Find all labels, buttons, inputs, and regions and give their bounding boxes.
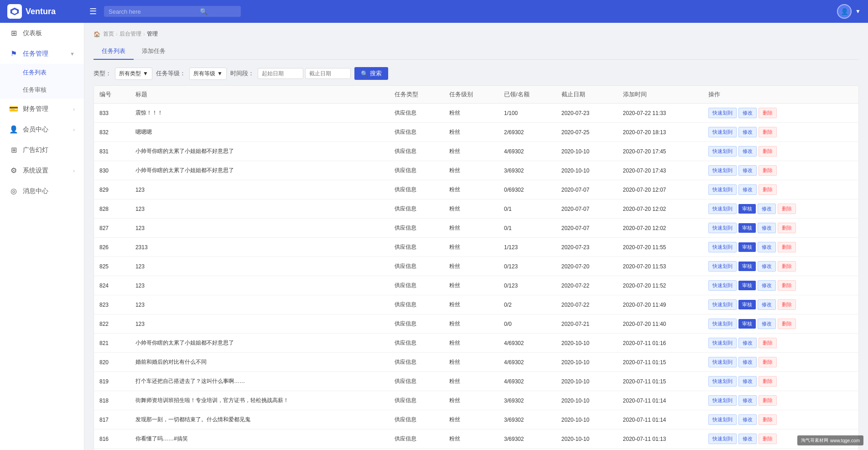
breadcrumb-home-link[interactable]: 首页 bbox=[103, 30, 114, 38]
sidebar-item-settings[interactable]: ⚙ 系统设置 › bbox=[0, 160, 84, 181]
fast-button[interactable]: 快速划到 bbox=[708, 376, 737, 387]
cell-title: 123 bbox=[130, 219, 389, 238]
edit-button[interactable]: 修改 bbox=[758, 261, 776, 272]
sidebar-item-task-audit[interactable]: 任务审核 bbox=[0, 81, 84, 99]
fast-button[interactable]: 快速划到 bbox=[708, 434, 737, 444]
fast-button[interactable]: 快速划到 bbox=[708, 204, 737, 214]
cell-type: 供应信息 bbox=[389, 410, 444, 429]
tab-add-task[interactable]: 添加任务 bbox=[134, 43, 174, 60]
edit-button[interactable]: 修改 bbox=[738, 338, 757, 348]
start-date-input[interactable] bbox=[258, 68, 303, 79]
fast-button[interactable]: 快速划到 bbox=[708, 184, 737, 195]
delete-button[interactable]: 删除 bbox=[759, 414, 777, 425]
edit-button[interactable]: 修改 bbox=[738, 127, 757, 137]
cell-deadline: 2020-10-10 bbox=[556, 353, 618, 372]
delete-button[interactable]: 删除 bbox=[778, 204, 796, 214]
sidebar-item-ads[interactable]: ⊞ 广告幻灯 bbox=[0, 140, 84, 160]
edit-button[interactable]: 修改 bbox=[738, 434, 757, 444]
cell-title: 123 bbox=[130, 314, 389, 334]
delete-button[interactable]: 删除 bbox=[759, 434, 777, 444]
cell-id: 833 bbox=[94, 104, 130, 123]
delete-button[interactable]: 删除 bbox=[759, 184, 777, 195]
audit-button[interactable]: 审核 bbox=[738, 204, 756, 214]
delete-button[interactable]: 删除 bbox=[778, 261, 796, 272]
fast-button[interactable]: 快速划到 bbox=[708, 108, 737, 118]
action-buttons: 快速划到 修改 删除 bbox=[708, 357, 853, 367]
fast-button[interactable]: 快速划到 bbox=[708, 223, 737, 233]
cell-level: 粉丝 bbox=[444, 161, 499, 180]
edit-button[interactable]: 修改 bbox=[738, 395, 757, 406]
delete-button[interactable]: 删除 bbox=[778, 319, 796, 329]
edit-button[interactable]: 修改 bbox=[738, 414, 757, 425]
end-date-input[interactable] bbox=[305, 68, 351, 79]
delete-button[interactable]: 删除 bbox=[759, 338, 777, 348]
fast-button[interactable]: 快速划到 bbox=[708, 127, 737, 137]
fast-button[interactable]: 快速划到 bbox=[708, 242, 737, 252]
delete-button[interactable]: 删除 bbox=[759, 146, 777, 157]
delete-button[interactable]: 删除 bbox=[759, 165, 777, 176]
breadcrumb-backend-link[interactable]: 后台管理 bbox=[120, 30, 141, 38]
audit-button[interactable]: 审核 bbox=[738, 223, 756, 233]
sidebar-item-dashboard[interactable]: ⊞ 仪表板 bbox=[0, 23, 84, 43]
fast-button[interactable]: 快速划到 bbox=[708, 299, 737, 310]
edit-button[interactable]: 修改 bbox=[738, 146, 757, 157]
edit-button[interactable]: 修改 bbox=[738, 184, 757, 195]
delete-button[interactable]: 删除 bbox=[778, 299, 796, 310]
edit-button[interactable]: 修改 bbox=[738, 357, 757, 367]
table-row: 818 街舞师资培训班招生啦！专业培训，官方证书，轻松挑战高薪！ 供应信息 粉丝… bbox=[94, 391, 858, 410]
edit-button[interactable]: 修改 bbox=[758, 280, 776, 291]
type-filter-select[interactable]: 所有类型 ▼ bbox=[115, 68, 152, 80]
edit-button[interactable]: 修改 bbox=[758, 242, 776, 252]
edit-button[interactable]: 修改 bbox=[738, 108, 757, 118]
search-bar[interactable]: 🔍 bbox=[104, 6, 241, 17]
audit-button[interactable]: 审核 bbox=[738, 319, 756, 329]
delete-button[interactable]: 删除 bbox=[778, 223, 796, 233]
search-button[interactable]: 🔍 搜索 bbox=[354, 67, 388, 80]
cell-count: 0/123 bbox=[499, 257, 556, 276]
audit-button[interactable]: 审核 bbox=[738, 242, 756, 252]
delete-button[interactable]: 删除 bbox=[759, 395, 777, 406]
table-row: 833 震惊！！！ 供应信息 粉丝 1/100 2020-07-23 2020-… bbox=[94, 104, 858, 123]
edit-button[interactable]: 修改 bbox=[758, 299, 776, 310]
cell-level: 粉丝 bbox=[444, 410, 499, 429]
audit-button[interactable]: 审核 bbox=[738, 262, 756, 271]
delete-button[interactable]: 删除 bbox=[759, 108, 777, 118]
fast-button[interactable]: 快速划到 bbox=[708, 338, 737, 348]
tab-task-list[interactable]: 任务列表 bbox=[94, 43, 134, 60]
delete-button[interactable]: 删除 bbox=[759, 376, 777, 387]
fast-button[interactable]: 快速划到 bbox=[708, 319, 737, 329]
watermark: 淘气哥素材网 www.tqge.com bbox=[797, 435, 863, 445]
search-input[interactable] bbox=[109, 8, 200, 15]
sidebar-item-task-mgmt[interactable]: ⚑ 任务管理 ▼ bbox=[0, 43, 84, 64]
menu-toggle-icon[interactable]: ☰ bbox=[89, 6, 97, 16]
sidebar-item-finance[interactable]: 💳 财务管理 › bbox=[0, 99, 84, 119]
cell-id: 820 bbox=[94, 353, 130, 372]
avatar[interactable]: 👤 bbox=[837, 4, 852, 19]
fast-button[interactable]: 快速划到 bbox=[708, 395, 737, 406]
fast-button[interactable]: 快速划到 bbox=[708, 280, 737, 291]
edit-button[interactable]: 修改 bbox=[738, 376, 757, 387]
sidebar-item-messages[interactable]: ◎ 消息中心 bbox=[0, 181, 84, 201]
edit-button[interactable]: 修改 bbox=[758, 223, 776, 233]
fast-button[interactable]: 快速划到 bbox=[708, 357, 737, 367]
fast-button[interactable]: 快速划到 bbox=[708, 165, 737, 176]
cell-level: 粉丝 bbox=[444, 104, 499, 123]
sidebar-item-members[interactable]: 👤 会员中心 › bbox=[0, 119, 84, 140]
edit-button[interactable]: 修改 bbox=[758, 319, 776, 329]
audit-button[interactable]: 审核 bbox=[738, 281, 756, 290]
edit-button[interactable]: 修改 bbox=[758, 204, 776, 214]
chevron-down-icon[interactable]: ▼ bbox=[855, 8, 861, 15]
delete-button[interactable]: 删除 bbox=[778, 242, 796, 252]
chevron-right-icon: › bbox=[73, 127, 75, 132]
col-type: 任务类型 bbox=[389, 86, 444, 104]
delete-button[interactable]: 删除 bbox=[759, 357, 777, 367]
level-filter-select[interactable]: 所有等级 ▼ bbox=[189, 68, 227, 80]
delete-button[interactable]: 删除 bbox=[778, 280, 796, 291]
delete-button[interactable]: 删除 bbox=[759, 127, 777, 137]
sidebar-item-task-list[interactable]: 任务列表 bbox=[0, 64, 84, 81]
fast-button[interactable]: 快速划到 bbox=[708, 261, 737, 272]
edit-button[interactable]: 修改 bbox=[738, 165, 757, 176]
fast-button[interactable]: 快速划到 bbox=[708, 414, 737, 425]
audit-button[interactable]: 审核 bbox=[738, 300, 756, 309]
fast-button[interactable]: 快速划到 bbox=[708, 146, 737, 157]
